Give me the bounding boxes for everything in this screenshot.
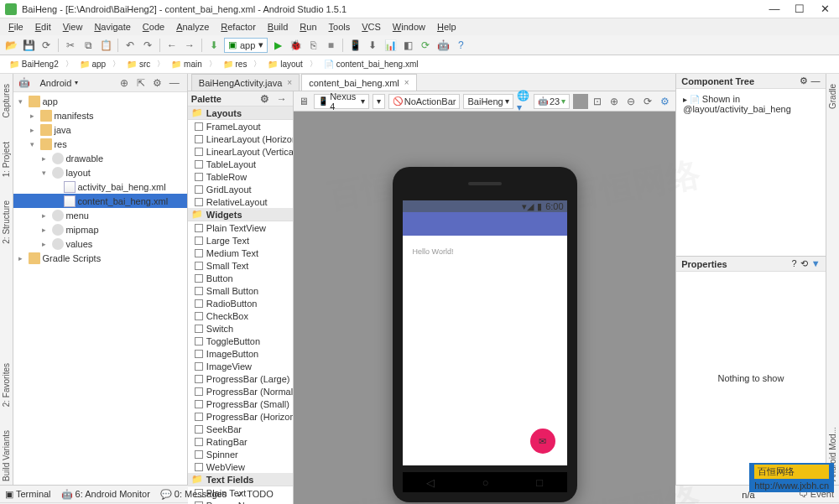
close-tab-icon[interactable]: ×	[287, 78, 292, 87]
menu-code[interactable]: Code	[138, 20, 169, 34]
menu-file[interactable]: File	[3, 20, 29, 34]
paste-icon[interactable]: 📋	[98, 38, 113, 53]
palette-item[interactable]: Button	[188, 272, 293, 284]
breadcrumb-item[interactable]: 📁 app	[76, 58, 110, 70]
help-icon[interactable]: ?	[453, 38, 468, 53]
attach-icon[interactable]: ⎘	[305, 38, 320, 53]
debug-icon[interactable]: 🐞	[288, 38, 303, 53]
ct-hide-icon[interactable]: —	[811, 75, 821, 86]
menu-help[interactable]: Help	[432, 20, 461, 34]
palette-item[interactable]: WebView	[188, 460, 293, 473]
menu-edit[interactable]: Edit	[30, 20, 56, 34]
zoom-in-icon[interactable]: ⊕	[607, 94, 622, 109]
prop-filter-icon[interactable]: ▼	[811, 258, 821, 269]
palette-item[interactable]: Switch	[188, 322, 293, 335]
breadcrumb-item[interactable]: 📄 content_bai_heng.xml	[320, 58, 423, 70]
palette-gear-icon[interactable]: ⚙	[258, 91, 273, 107]
tree-node[interactable]: ▾layout	[13, 165, 186, 179]
palette-item[interactable]: Small Text	[188, 259, 293, 272]
palette-item[interactable]: Large Text	[188, 234, 293, 247]
device-canvas[interactable]: 百恒网络 百恒网络 百恒网络 百恒网络 ▾◢ ▮ 6:00	[294, 112, 675, 504]
sdk-icon[interactable]: ⬇	[365, 38, 380, 53]
tree-node[interactable]: ▸manifests	[13, 108, 186, 122]
palette-item[interactable]: LinearLayout (Vertical)	[188, 145, 293, 158]
copy-icon[interactable]: ⧉	[81, 38, 96, 53]
breadcrumb-item[interactable]: 📁 layout	[263, 58, 306, 70]
palette-item[interactable]: Plain TextView	[188, 221, 293, 234]
make-icon[interactable]: ⬇	[206, 38, 221, 53]
left-tab[interactable]: Build Variants	[2, 427, 11, 485]
device-screen[interactable]: ▾◢ ▮ 6:00 Hello World! ✉	[403, 200, 567, 465]
avd-icon[interactable]: 📱	[347, 38, 362, 53]
zoom-fit-icon[interactable]: ⊡	[590, 94, 605, 109]
palette-item[interactable]: RadioButton	[188, 297, 293, 309]
palette-item[interactable]: RatingBar	[188, 435, 293, 448]
minimize-button[interactable]: —	[765, 3, 784, 15]
bottom-tab[interactable]: 💬0: Messages	[160, 489, 227, 500]
tree-node[interactable]: ▸menu	[13, 208, 186, 222]
tree-node[interactable]: ▸mipmap	[13, 222, 186, 236]
palette-item[interactable]: ProgressBar (Large)	[188, 372, 293, 385]
sync-gradle-icon[interactable]: ⟳	[418, 38, 433, 53]
palette-hide-icon[interactable]: →	[274, 91, 289, 107]
palette-item[interactable]: SeekBar	[188, 423, 293, 435]
breadcrumb-item[interactable]: 📁 BaiHeng2	[5, 58, 63, 70]
structure-icon[interactable]: ◧	[400, 38, 415, 53]
left-tab[interactable]: 2: Structure	[2, 197, 11, 247]
tree-node[interactable]: ▸values	[13, 236, 186, 251]
tree-node[interactable]: ▸Gradle Scripts	[13, 251, 186, 265]
back-icon[interactable]: ←	[164, 38, 180, 53]
palette-item[interactable]: Person Name	[188, 499, 293, 504]
menu-vcs[interactable]: VCS	[357, 20, 386, 34]
ct-gear-icon[interactable]: ⚙	[800, 75, 808, 86]
prop-restore-icon[interactable]: ⟲	[800, 258, 808, 269]
gear-icon[interactable]: ⚙	[150, 75, 165, 91]
right-tab[interactable]: Gradle	[828, 81, 837, 112]
palette-item[interactable]: ImageView	[188, 360, 293, 372]
run-icon[interactable]: ▶	[270, 38, 285, 53]
android-icon[interactable]: 🤖	[435, 38, 451, 53]
palette-item[interactable]: ImageButton	[188, 347, 293, 360]
menu-view[interactable]: View	[58, 20, 88, 34]
project-tree[interactable]: ▾app▸manifests▸java▾res▸drawable▾layouta…	[13, 92, 186, 485]
close-button[interactable]: ✕	[816, 3, 834, 15]
bottom-tab[interactable]: 🤖6: Android Monitor	[61, 489, 150, 500]
menu-navigate[interactable]: Navigate	[89, 20, 135, 34]
cut-icon[interactable]: ✂	[63, 38, 78, 53]
breadcrumb-item[interactable]: 📁 main	[167, 58, 206, 70]
palette-item[interactable]: ProgressBar (Horizonta	[188, 410, 293, 423]
breadcrumb-item[interactable]: 📁 src	[122, 58, 154, 70]
tree-node[interactable]: ▸drawable	[13, 151, 186, 165]
scroll-from-source-icon[interactable]: ⊕	[117, 75, 132, 91]
nav-home-icon[interactable]: ○	[482, 476, 489, 489]
actionbar-combo[interactable]: 🚫NoActionBar	[388, 94, 461, 109]
breadcrumb-item[interactable]: 📁 res	[219, 58, 252, 70]
menu-tools[interactable]: Tools	[324, 20, 356, 34]
component-tree-item[interactable]: ▸ 📄 Shown in @layout/activity_bai_heng	[680, 92, 821, 116]
editor-tab[interactable]: BaiHengActivity.java×	[191, 74, 300, 91]
palette-item[interactable]: GridLayout	[188, 183, 293, 195]
palette-item[interactable]: CheckBox	[188, 309, 293, 322]
api-combo[interactable]: ▾	[373, 94, 385, 109]
locale-icon[interactable]: 🌐 ▾	[517, 94, 530, 109]
theme-combo[interactable]: BaiHeng ▾	[463, 94, 513, 109]
nav-recent-icon[interactable]: □	[536, 476, 543, 489]
editor-tab[interactable]: content_bai_heng.xml×	[301, 74, 416, 91]
preview-gear-icon[interactable]: ⚙	[657, 94, 672, 109]
sync-icon[interactable]: ⟳	[39, 38, 54, 53]
run-config-combo[interactable]: ▣app▾	[224, 38, 268, 53]
undo-icon[interactable]: ↶	[122, 38, 138, 53]
palette-item[interactable]: Spinner	[188, 448, 293, 460]
tree-node[interactable]: activity_bai_heng.xml	[13, 179, 186, 194]
palette-item[interactable]: ToggleButton	[188, 335, 293, 347]
tree-node[interactable]: ▾app	[13, 94, 186, 108]
palette-list[interactable]: 📁LayoutsFrameLayoutLinearLayout (Horizon…	[188, 107, 293, 504]
palette-item[interactable]: LinearLayout (Horizont.	[188, 132, 293, 145]
collapse-icon[interactable]: ⇱	[133, 75, 149, 91]
save-icon[interactable]: 💾	[21, 38, 36, 53]
device-combo[interactable]: 📱 Nexus 4 ▾	[314, 94, 369, 109]
close-tab-icon[interactable]: ×	[404, 78, 409, 87]
left-tab[interactable]: 1: Project	[2, 138, 11, 180]
menu-run[interactable]: Run	[294, 20, 321, 34]
menu-build[interactable]: Build	[263, 20, 293, 34]
